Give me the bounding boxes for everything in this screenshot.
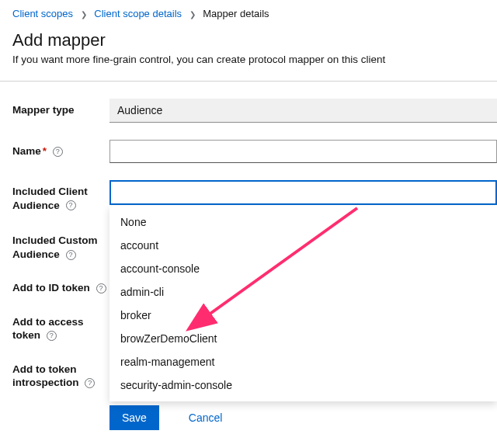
help-icon[interactable]: ? bbox=[66, 200, 76, 210]
breadcrumb-client-scopes[interactable]: Client scopes bbox=[12, 8, 73, 19]
dropdown-option-realm-management[interactable]: realm-management bbox=[109, 350, 497, 373]
help-icon[interactable]: ? bbox=[85, 378, 95, 388]
chevron-right-icon: ❯ bbox=[81, 10, 87, 19]
help-icon[interactable]: ? bbox=[47, 331, 57, 341]
chevron-right-icon: ❯ bbox=[189, 10, 196, 19]
help-icon[interactable]: ? bbox=[66, 250, 76, 260]
dropdown-option-none[interactable]: None bbox=[109, 210, 497, 234]
dropdown-option-browzerdemoclient[interactable]: browZerDemoClient bbox=[109, 327, 497, 350]
label-add-to-access-token: Add to access token ? bbox=[12, 311, 109, 342]
label-mapper-type: Mapper type bbox=[12, 99, 109, 117]
dropdown-option-broker[interactable]: broker bbox=[109, 304, 497, 327]
label-add-to-token-introspection: Add to token introspection ? bbox=[12, 358, 109, 390]
dropdown-option-account-console[interactable]: account-console bbox=[109, 257, 497, 280]
dropdown-option-admin-cli[interactable]: admin-cli bbox=[109, 280, 497, 304]
label-add-to-id-token: Add to ID token ? bbox=[12, 276, 109, 295]
label-name: Name* ? bbox=[12, 140, 109, 158]
cancel-button[interactable]: Cancel bbox=[176, 405, 235, 430]
label-included-custom-audience: Included Custom Audience ? bbox=[12, 229, 109, 261]
client-audience-dropdown: None account account-console admin-cli b… bbox=[109, 206, 497, 401]
save-button[interactable]: Save bbox=[109, 405, 159, 430]
dropdown-option-security-admin-console[interactable]: security-admin-console bbox=[109, 373, 497, 397]
breadcrumb-client-scope-details[interactable]: Client scope details bbox=[94, 8, 182, 19]
page-subtitle: If you want more fine-grain control, you… bbox=[12, 54, 497, 65]
included-client-audience-select[interactable] bbox=[109, 180, 497, 205]
help-icon[interactable]: ? bbox=[96, 283, 106, 293]
breadcrumb: Client scopes ❯ Client scope details ❯ M… bbox=[12, 8, 497, 19]
name-input[interactable] bbox=[109, 140, 497, 163]
page-title: Add mapper bbox=[12, 30, 497, 50]
divider bbox=[0, 81, 497, 82]
label-included-client-audience: Included Client Audience ? bbox=[12, 180, 109, 212]
mapper-type-field: Audience bbox=[109, 99, 497, 123]
help-icon[interactable]: ? bbox=[53, 147, 63, 157]
breadcrumb-current: Mapper details bbox=[203, 8, 269, 19]
dropdown-option-account[interactable]: account bbox=[109, 234, 497, 257]
